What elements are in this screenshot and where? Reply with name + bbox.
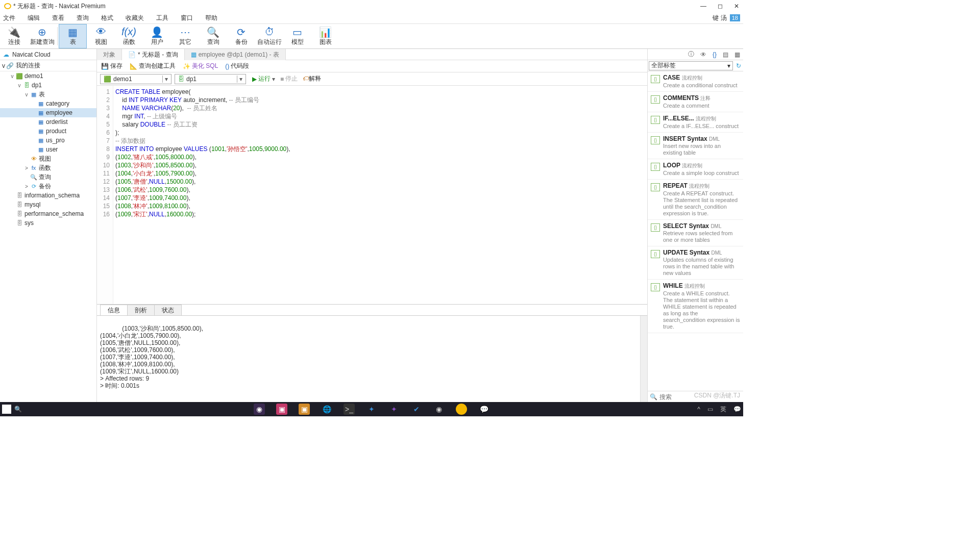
system-tray[interactable]: ^ ▭ 英 💬: [697, 405, 741, 414]
code-area[interactable]: CREATE TABLE employee( id INT PRIMARY KE…: [113, 86, 647, 304]
nav-header[interactable]: v 🔗 我的连接: [0, 60, 96, 71]
tree-item-表[interactable]: v▦表: [0, 90, 96, 99]
outtab-剖析[interactable]: 剖析: [127, 305, 155, 316]
start-button[interactable]: [2, 405, 11, 414]
refresh-icon[interactable]: ↻: [734, 62, 743, 69]
connection-tree[interactable]: v🟩demo1v🗄dp1v▦表▦category▦employee▦orderl…: [0, 71, 96, 402]
snippet-LOOP[interactable]: {}LOOP 流程控制Create a simple loop construc…: [648, 159, 743, 180]
menu-窗口[interactable]: 窗口: [181, 14, 193, 22]
stop-button[interactable]: ■ 停止: [280, 74, 298, 83]
snippet-UPDATE Syntax[interactable]: {}UPDATE Syntax DMLUpdates columns of ex…: [648, 246, 743, 280]
toolbar-新建查询[interactable]: ⊕新建查询: [28, 24, 56, 48]
cloud-header[interactable]: ☁ Navicat Cloud: [0, 49, 96, 60]
menu-帮助[interactable]: 帮助: [205, 14, 217, 22]
navicat-icon[interactable]: [456, 404, 467, 415]
app-icon[interactable]: ▣: [276, 404, 287, 415]
visualstudio-icon[interactable]: ✦: [388, 404, 400, 415]
snippet-REPEAT[interactable]: {}REPEAT 流程控制Create A REPEAT construct. …: [648, 180, 743, 220]
tree-item-employee[interactable]: ▦employee: [0, 108, 96, 117]
menu-编辑[interactable]: 编辑: [28, 14, 40, 22]
tag-filter-combo[interactable]: 全部标签 ▾: [649, 61, 733, 70]
tree-item-product[interactable]: ▦product: [0, 127, 96, 136]
tree-item-category[interactable]: ▦category: [0, 99, 96, 108]
snippet-CASE[interactable]: {}CASE 流程控制Create a conditional construc…: [648, 71, 743, 92]
steam-icon[interactable]: ◉: [433, 404, 445, 415]
close-button[interactable]: ✕: [734, 3, 739, 10]
output-panel[interactable]: (1003,'沙和尚',1005,8500.00), (1004,'小白龙',1…: [97, 315, 647, 402]
info-icon[interactable]: ⓘ: [688, 50, 694, 59]
snippet-list[interactable]: {}CASE 流程控制Create a conditional construc…: [648, 71, 743, 391]
snippet-button[interactable]: ()代码段: [225, 62, 249, 70]
tree-item-demo1[interactable]: v🟩demo1: [0, 71, 96, 81]
tree-item-函数[interactable]: >fx函数: [0, 163, 96, 172]
notification-badge[interactable]: 18: [730, 14, 740, 21]
todo-icon[interactable]: ✔: [411, 404, 422, 415]
tab-对象[interactable]: 对象: [97, 49, 122, 60]
menu-工具[interactable]: 工具: [156, 14, 168, 22]
menu-查看[interactable]: 查看: [52, 14, 64, 22]
terminal-icon[interactable]: >_: [344, 404, 355, 415]
save-button[interactable]: 💾保存: [101, 62, 122, 70]
tab-* 无标题 - 查询[interactable]: 📄* 无标题 - 查询: [122, 49, 185, 60]
menu-收藏夹[interactable]: 收藏夹: [126, 14, 144, 22]
toolbar-查询[interactable]: 🔍查询: [199, 24, 227, 48]
wechat-icon[interactable]: 💬: [478, 404, 489, 415]
tree-item-us_pro[interactable]: ▦us_pro: [0, 136, 96, 145]
connection-combo[interactable]: 🟩 demo1 ▾: [100, 74, 172, 84]
database-combo[interactable]: 🗄 dp1 ▾: [175, 74, 246, 84]
chrome-icon[interactable]: 🌐: [321, 404, 332, 415]
taskbar-search[interactable]: 🔍: [14, 406, 178, 413]
tree-item-视图[interactable]: 👁视图: [0, 154, 96, 163]
toolbar-视图[interactable]: 👁视图: [87, 24, 115, 48]
toolbar-用户[interactable]: 👤用户: [143, 24, 171, 48]
eclipse-icon[interactable]: ◉: [254, 404, 265, 415]
braces-icon[interactable]: {}: [713, 51, 717, 58]
tree-item-information_schema[interactable]: 🗄information_schema: [0, 191, 96, 200]
app-icon[interactable]: ▣: [299, 404, 310, 415]
tree-item-mysql[interactable]: 🗄mysql: [0, 200, 96, 209]
snippet-SELECT Syntax[interactable]: {}SELECT Syntax DMLRetrieve rows selecte…: [648, 220, 743, 246]
tree-item-备份[interactable]: >⟳备份: [0, 182, 96, 191]
ime-indicator[interactable]: 英: [720, 405, 726, 414]
tree-item-orderlist[interactable]: ▦orderlist: [0, 117, 96, 127]
beautify-sql-button[interactable]: ✨美化 SQL: [183, 62, 218, 70]
scrollbar[interactable]: [640, 316, 647, 402]
toolbar-自动运行[interactable]: ⏱自动运行: [255, 24, 283, 48]
tree-item-performance_schema[interactable]: 🗄performance_schema: [0, 209, 96, 218]
toolbar-图表[interactable]: 📊图表: [311, 24, 339, 48]
toolbar-表[interactable]: ▦表: [59, 24, 87, 48]
minimize-button[interactable]: —: [700, 3, 706, 10]
explain-button[interactable]: 🏷解释: [303, 74, 321, 83]
eye-icon[interactable]: 👁: [700, 51, 706, 58]
tab-employee @dp1 (demo1) - 表[interactable]: ▦employee @dp1 (demo1) - 表: [185, 49, 286, 60]
grid-icon[interactable]: ▦: [734, 51, 740, 58]
toolbar-备份[interactable]: ⟳备份: [227, 24, 255, 48]
list-icon[interactable]: ▤: [723, 51, 728, 58]
tree-item-dp1[interactable]: v🗄dp1: [0, 81, 96, 90]
vscode-icon[interactable]: ✦: [366, 404, 377, 415]
tree-item-user[interactable]: ▦user: [0, 145, 96, 154]
snippet-COMMENTS[interactable]: {}COMMENTS 注释Create a comment: [648, 92, 743, 112]
toolbar-连接[interactable]: 🔌连接: [0, 24, 28, 48]
outtab-信息[interactable]: 信息: [100, 305, 128, 316]
menu-查询[interactable]: 查询: [77, 14, 89, 22]
snippet-WHILE[interactable]: {}WHILE 流程控制Create a WHILE construct. Th…: [648, 280, 743, 333]
snippet-INSERT Syntax[interactable]: {}INSERT Syntax DMLInsert new rows into …: [648, 133, 743, 159]
menu-格式[interactable]: 格式: [101, 14, 113, 22]
maximize-button[interactable]: ◻: [718, 3, 723, 10]
sql-editor[interactable]: 12345678910111213141516 CREATE TABLE emp…: [97, 86, 647, 304]
notif-icon[interactable]: 💬: [733, 406, 741, 413]
toolbar-函数[interactable]: f(x)函数: [115, 24, 143, 48]
tree-item-查询[interactable]: 🔍查询: [0, 172, 96, 182]
toolbar-模型[interactable]: ▭模型: [283, 24, 311, 48]
windows-taskbar[interactable]: 🔍 ◉ ▣ ▣ 🌐 >_ ✦ ✦ ✔ ◉ 💬 ^ ▭ 英 💬: [0, 402, 743, 416]
multitask-icon[interactable]: ▭: [707, 406, 713, 413]
tree-item-sys[interactable]: 🗄sys: [0, 218, 96, 228]
user-label[interactable]: 键 汤: [713, 14, 726, 22]
toolbar-其它[interactable]: ⋯其它: [171, 24, 199, 48]
run-button[interactable]: ▶ 运行 ▾: [252, 74, 275, 83]
outtab-状态[interactable]: 状态: [154, 305, 182, 316]
menu-文件[interactable]: 文件: [3, 14, 15, 22]
query-builder-button[interactable]: 📐查询创建工具: [130, 62, 176, 70]
snippet-IF...ELSE...[interactable]: {}IF...ELSE... 流程控制Create a IF...ELSE...…: [648, 112, 743, 133]
